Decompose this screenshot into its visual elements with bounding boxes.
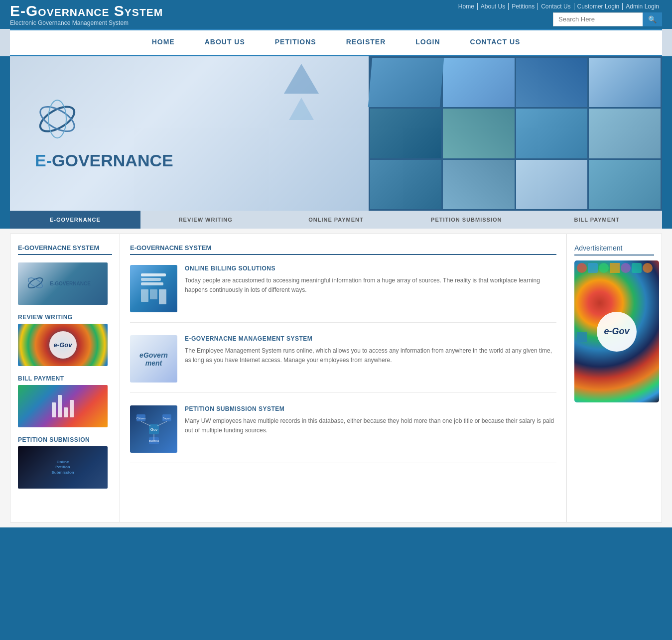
- sidebar-title: E-GOVERNACNE SYSTEM: [18, 244, 112, 255]
- svg-point-2: [48, 100, 66, 138]
- hero-tabs: E-GOVERNANCE REVIEW WRITING ONLINE PAYME…: [10, 211, 662, 229]
- top-link-customer-login[interactable]: Customer Login: [574, 3, 623, 10]
- triangle-1: [284, 64, 319, 94]
- nav-petitions[interactable]: PETITIONS: [270, 30, 321, 55]
- article-img-petition: Gov Citizen Depart. Business: [130, 405, 177, 453]
- tab-bill-payment[interactable]: BILL PAYMENT: [532, 211, 662, 229]
- collage-tile-11: [516, 160, 588, 209]
- collage-tile-8: [589, 109, 661, 158]
- nav-contact[interactable]: CONTACT US: [465, 30, 526, 55]
- advert-title: Advertisitement: [574, 244, 654, 256]
- sidebar-img-review: e-Gov: [18, 324, 108, 366]
- site-logo: E-Governance System Electronic Governanc…: [10, 2, 163, 26]
- article-billing: ONLINE BILLING SOLUTIONS Today people ar…: [130, 265, 556, 323]
- collage-tile-9: [370, 160, 442, 209]
- main-nav: HOME ABOUT US PETITIONS REGISTER LOGIN C…: [10, 29, 662, 56]
- top-links: Home About Us Petitions Contact Us Custo…: [455, 3, 662, 10]
- nav-home[interactable]: HOME: [147, 30, 180, 55]
- hero-e-letter: E-: [35, 151, 52, 170]
- svg-text:Depart.: Depart.: [162, 417, 170, 420]
- article-text-billing: ONLINE BILLING SOLUTIONS Today people ar…: [185, 265, 556, 312]
- nav-about[interactable]: ABOUT US: [200, 30, 250, 55]
- top-bar: E-Governance System Electronic Governanc…: [0, 0, 672, 29]
- sidebar-item-egovernance: E-GOVERNANCE: [18, 262, 112, 305]
- tab-review-writing[interactable]: REVIEW WRITING: [140, 211, 271, 229]
- svg-text:Citizen: Citizen: [136, 417, 145, 420]
- hero-governance-text: GOVERNANCE: [52, 151, 173, 170]
- sidebar-img-egovernance: E-GOVERNANCE: [18, 262, 108, 305]
- svg-line-13: [141, 421, 150, 426]
- article-title-petition: PETITION SUBMISSION SYSTEM: [185, 405, 556, 412]
- collage-tile-12: [589, 160, 661, 209]
- site-subtitle: Electronic Governance Management System: [10, 19, 163, 26]
- top-link-about[interactable]: About Us: [478, 3, 509, 10]
- advert-logo: e-Gov: [597, 312, 637, 352]
- sidebar-egov-label: E-GOVERNANCE: [50, 281, 91, 286]
- search-bar: 🔍: [553, 12, 662, 26]
- petition-svg: Gov Citizen Depart. Business: [134, 409, 174, 449]
- hero-banner: E-GOVERNANCE: [10, 56, 662, 211]
- collage-tile-1: [368, 58, 444, 107]
- collage-tile-10: [443, 160, 515, 209]
- main-content: E-GOVERNACNE SYSTEM E-GOVERNANCE REVIEW …: [10, 234, 662, 522]
- article-text-management: E-GOVERNACNE MANAGEMENT SYSTEM The Emplo…: [185, 335, 556, 383]
- sidebar-img-petition: OnlinePetitionSubmission: [18, 446, 108, 489]
- sidebar: E-GOVERNACNE SYSTEM E-GOVERNANCE REVIEW …: [10, 234, 120, 522]
- article-title-billing: ONLINE BILLING SOLUTIONS: [185, 265, 556, 272]
- collage-tile-5: [370, 109, 442, 158]
- sidebar-img-bill: [18, 385, 108, 427]
- tab-online-payment[interactable]: ONLINE PAYMENT: [271, 211, 402, 229]
- nav-register[interactable]: REGISTER: [341, 30, 391, 55]
- article-img-management: eGovernment: [130, 335, 177, 383]
- top-link-admin-login[interactable]: Admin Login: [623, 3, 662, 10]
- search-button[interactable]: 🔍: [643, 12, 662, 26]
- sidebar-petition-title: PETITION SUBMISSION: [18, 436, 112, 443]
- deco-triangles: [284, 64, 319, 120]
- collage-tile-3: [516, 58, 588, 107]
- middle-title: E-GOVERNACNE SYSTEM: [130, 244, 556, 255]
- main-content-wrapper: E-GOVERNACNE SYSTEM E-GOVERNANCE REVIEW …: [0, 229, 672, 527]
- top-link-home[interactable]: Home: [455, 3, 478, 10]
- article-management: eGovernment E-GOVERNACNE MANAGEMENT SYST…: [130, 335, 556, 393]
- sidebar-item-petition: PETITION SUBMISSION OnlinePetitionSubmis…: [18, 436, 112, 489]
- article-body-billing: Today people are accustomed to accessing…: [185, 276, 556, 295]
- top-link-contact[interactable]: Contact Us: [538, 3, 574, 10]
- search-icon: 🔍: [648, 15, 657, 23]
- nav-wrapper: HOME ABOUT US PETITIONS REGISTER LOGIN C…: [0, 29, 672, 56]
- top-bar-right: Home About Us Petitions Contact Us Custo…: [455, 3, 662, 26]
- middle-content: E-GOVERNACNE SYSTEM: [120, 234, 567, 522]
- nav-login[interactable]: LOGIN: [410, 30, 445, 55]
- article-body-petition: Many UW employees have multiple records …: [185, 416, 556, 435]
- svg-line-14: [157, 421, 167, 426]
- collage-tile-2: [443, 58, 515, 107]
- sidebar-bill-title: BILL PAYMENT: [18, 375, 112, 382]
- hero-collage: [369, 56, 662, 211]
- sidebar-review-title: REVIEW WRITING: [18, 314, 112, 321]
- top-link-petitions[interactable]: Petitions: [509, 3, 538, 10]
- sidebar-item-bill: BILL PAYMENT: [18, 375, 112, 427]
- logo-svg: [35, 97, 80, 141]
- article-petition: Gov Citizen Depart. Business PETITION SU…: [130, 405, 556, 463]
- sidebar-logo-svg: [25, 273, 45, 293]
- tab-egovernance[interactable]: E-GOVERNANCE: [10, 211, 140, 229]
- hero-left: E-GOVERNANCE: [10, 56, 369, 211]
- article-text-petition: PETITION SUBMISSION SYSTEM Many UW emplo…: [185, 405, 556, 453]
- tab-petition-submission[interactable]: PETITION SUBMISSION: [401, 211, 532, 229]
- hero-text: E-GOVERNANCE: [35, 151, 359, 170]
- search-input[interactable]: [553, 12, 643, 26]
- advert-image: e-Gov: [574, 260, 659, 402]
- article-title-management: E-GOVERNACNE MANAGEMENT SYSTEM: [185, 335, 556, 342]
- collage-tile-6: [443, 109, 515, 158]
- collage-tile-7: [516, 109, 588, 158]
- collage-tile-4: [589, 58, 661, 107]
- article-body-management: The Employee Management System runs onli…: [185, 346, 556, 365]
- advertisement-column: Advertisitement e-Gov: [567, 234, 662, 522]
- triangle-2: [289, 98, 314, 120]
- site-title: E-Governance System: [10, 2, 163, 19]
- sidebar-item-review: REVIEW WRITING e-Gov: [18, 314, 112, 366]
- article-img-billing: [130, 265, 177, 312]
- svg-text:Gov: Gov: [150, 427, 157, 432]
